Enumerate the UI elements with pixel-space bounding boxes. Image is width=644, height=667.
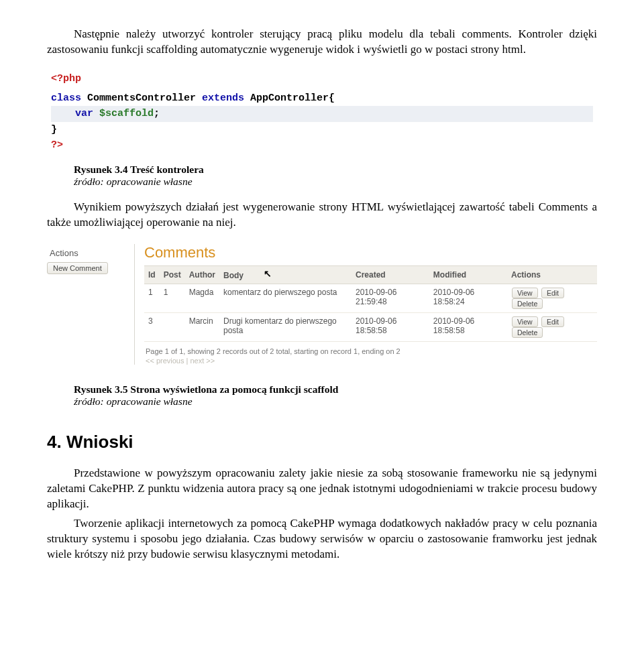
col-body[interactable]: Body↖ bbox=[219, 266, 352, 284]
wnioski-paragraph-1: Przedstawione w powyższym opracowaniu za… bbox=[47, 466, 597, 512]
cell-author: Magda bbox=[185, 284, 219, 313]
class-name: CommentsController bbox=[87, 93, 202, 104]
col-actions: Actions bbox=[507, 266, 597, 284]
table-row: 1 1 Magda komentarz do pierwszego posta … bbox=[144, 284, 597, 313]
pager-info: Page 1 of 1, showing 2 records out of 2 … bbox=[146, 347, 597, 355]
php-close-tag: ?> bbox=[51, 139, 63, 151]
figure35-caption: Rysunek 3.5 Strona wyświetlona za pomocą… bbox=[74, 383, 597, 408]
cell-id: 1 bbox=[144, 284, 160, 313]
figure35-title: Rysunek 3.5 Strona wyświetlona za pomocą… bbox=[74, 383, 338, 395]
edit-button[interactable]: Edit bbox=[541, 316, 564, 327]
cell-created: 2010-09-06 18:58:58 bbox=[352, 313, 429, 342]
col-post[interactable]: Post bbox=[160, 266, 185, 284]
section-heading-wnioski: 4. Wnioski bbox=[47, 432, 597, 452]
delete-button[interactable]: Delete bbox=[512, 327, 543, 338]
php-open-tag: <?php bbox=[51, 73, 81, 84]
cell-created: 2010-09-06 21:59:48 bbox=[352, 284, 429, 313]
cell-id: 3 bbox=[144, 313, 160, 342]
post-fig34-paragraph: Wynikiem powyższych działań jest wygener… bbox=[47, 200, 597, 231]
wnioski-paragraph-2: Tworzenie aplikacji internetowych za pom… bbox=[47, 516, 597, 562]
cell-post bbox=[160, 313, 185, 342]
cell-body: komentarz do pierwszego posta bbox=[219, 284, 352, 313]
cell-modified: 2010-09-06 18:58:24 bbox=[429, 284, 507, 313]
cell-actions: View Edit Delete bbox=[507, 284, 597, 313]
view-button[interactable]: View bbox=[512, 288, 538, 298]
semicolon: ; bbox=[154, 108, 160, 119]
code-snippet: <?php class CommentsController extends A… bbox=[47, 70, 597, 157]
col-created[interactable]: Created bbox=[352, 266, 429, 284]
mouse-cursor-icon: ↖ bbox=[264, 268, 272, 279]
new-comment-button[interactable]: New Comment bbox=[47, 262, 108, 274]
pager-links[interactable]: << previous | next >> bbox=[146, 357, 597, 365]
var-name: $scaffold bbox=[99, 108, 154, 119]
cell-actions: View Edit Delete bbox=[507, 313, 597, 342]
table-row: 3 Marcin Drugi komentarz do pierwszego p… bbox=[144, 313, 597, 342]
view-button[interactable]: View bbox=[512, 316, 538, 327]
table-header-row: Id Post Author Body↖ Created Modified Ac… bbox=[144, 266, 597, 284]
figure34-caption: Rysunek 3.4 Treść kontrolera źródło: opr… bbox=[74, 164, 597, 188]
col-id[interactable]: Id bbox=[144, 266, 160, 284]
cell-post: 1 bbox=[160, 284, 185, 313]
figure34-title: Rysunek 3.4 Treść kontrolera bbox=[74, 164, 204, 175]
intro-paragraph: Następnie należy utworzyć kontroler ster… bbox=[47, 27, 597, 58]
cell-author: Marcin bbox=[185, 313, 219, 342]
scaffold-sidebar: Actions New Comment bbox=[47, 244, 134, 365]
delete-button[interactable]: Delete bbox=[512, 298, 543, 309]
figure35-source: źródło: opracowanie własne bbox=[74, 396, 193, 407]
col-author[interactable]: Author bbox=[185, 266, 219, 284]
superclass: AppController{ bbox=[250, 93, 335, 104]
cell-modified: 2010-09-06 18:58:58 bbox=[429, 313, 507, 342]
brace-close: } bbox=[51, 124, 57, 135]
kw-class: class bbox=[51, 93, 87, 104]
col-modified[interactable]: Modified bbox=[429, 266, 507, 284]
kw-extends: extends bbox=[202, 93, 250, 104]
edit-button[interactable]: Edit bbox=[541, 288, 564, 298]
figure34-source: źródło: opracowanie własne bbox=[74, 176, 193, 187]
scaffold-main: Comments Id Post Author Body↖ Created Mo… bbox=[134, 244, 597, 365]
sidebar-title: Actions bbox=[50, 248, 134, 258]
scaffold-panel: Actions New Comment Comments Id Post Aut… bbox=[47, 244, 597, 365]
cell-body: Drugi komentarz do pierwszego posta bbox=[219, 313, 352, 342]
comments-table: Id Post Author Body↖ Created Modified Ac… bbox=[144, 265, 597, 342]
kw-var: var bbox=[75, 108, 99, 119]
comments-heading: Comments bbox=[144, 244, 597, 261]
